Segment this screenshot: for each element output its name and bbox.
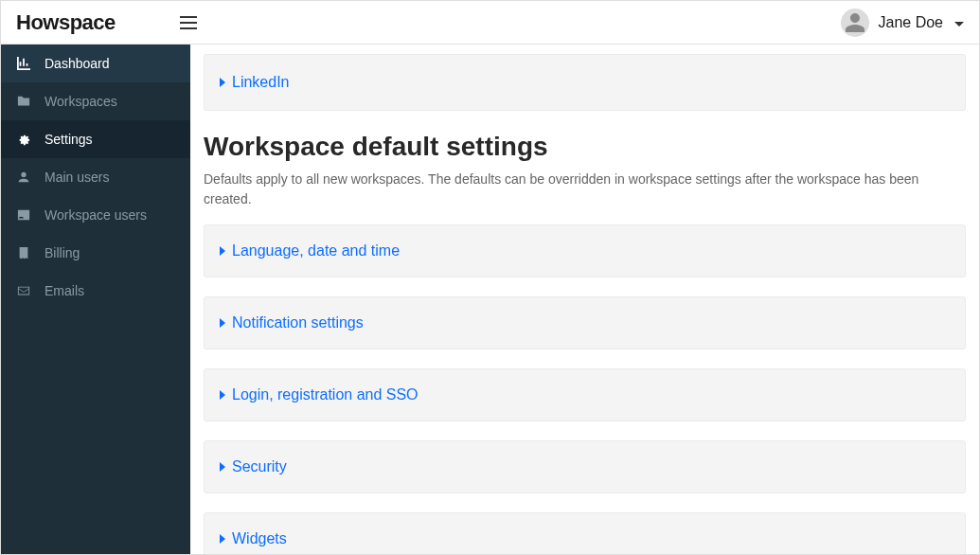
user-icon bbox=[16, 170, 31, 184]
section-language: Language, date and time bbox=[204, 224, 966, 278]
section-widgets: Widgets bbox=[204, 512, 966, 554]
link-label: LinkedIn bbox=[232, 74, 290, 91]
sidebar-item-label: Main users bbox=[45, 170, 109, 185]
section-label: Notification settings bbox=[232, 314, 364, 331]
folder-icon bbox=[16, 95, 31, 108]
sidebar-item-main-users[interactable]: Main users bbox=[1, 158, 190, 196]
caret-right-icon bbox=[220, 458, 226, 475]
svg-rect-0 bbox=[180, 16, 197, 18]
linkedin-link[interactable]: LinkedIn bbox=[220, 74, 950, 91]
gears-icon bbox=[16, 133, 31, 146]
sidebar-item-workspace-users[interactable]: Workspace users bbox=[1, 196, 190, 234]
section-label: Language, date and time bbox=[232, 242, 400, 260]
sidebar-item-billing[interactable]: Billing bbox=[1, 234, 190, 272]
section-security: Security bbox=[204, 440, 966, 493]
hamburger-menu-button[interactable] bbox=[180, 16, 197, 29]
section-toggle-login[interactable]: Login, registration and SSO bbox=[220, 386, 950, 403]
avatar bbox=[841, 9, 869, 37]
main-content: LinkedIn Workspace default settings Defa… bbox=[190, 45, 979, 554]
section-login: Login, registration and SSO bbox=[204, 368, 966, 421]
user-name: Jane Doe bbox=[879, 14, 944, 31]
sidebar-item-label: Workspace users bbox=[45, 207, 147, 223]
svg-rect-1 bbox=[180, 22, 197, 24]
sidebar-item-settings[interactable]: Settings bbox=[1, 120, 190, 158]
sidebar-item-label: Workspaces bbox=[45, 94, 117, 109]
caret-right-icon bbox=[220, 386, 226, 403]
section-toggle-security[interactable]: Security bbox=[220, 458, 950, 475]
sidebar-item-emails[interactable]: Emails bbox=[1, 272, 190, 310]
sidebar: Dashboard Workspaces Settings Main users… bbox=[1, 45, 190, 554]
chevron-down-icon bbox=[954, 14, 964, 31]
svg-rect-2 bbox=[180, 27, 197, 29]
section-toggle-widgets[interactable]: Widgets bbox=[220, 530, 950, 547]
sidebar-item-label: Emails bbox=[45, 283, 84, 298]
section-toggle-notification[interactable]: Notification settings bbox=[220, 314, 950, 331]
caret-right-icon bbox=[220, 74, 226, 91]
envelope-icon bbox=[16, 284, 31, 297]
sidebar-item-workspaces[interactable]: Workspaces bbox=[1, 82, 190, 120]
sidebar-item-label: Settings bbox=[45, 132, 93, 147]
sidebar-item-dashboard[interactable]: Dashboard bbox=[1, 45, 190, 82]
user-icon bbox=[844, 11, 866, 34]
sidebar-item-label: Billing bbox=[45, 245, 80, 260]
chart-icon bbox=[16, 57, 31, 70]
user-menu[interactable]: Jane Doe bbox=[841, 9, 965, 37]
book-icon bbox=[16, 246, 31, 260]
caret-right-icon bbox=[220, 314, 226, 331]
logo[interactable]: Howspace bbox=[16, 10, 116, 35]
page-title: Workspace default settings bbox=[204, 132, 966, 162]
sidebar-item-label: Dashboard bbox=[45, 56, 110, 71]
address-card-icon bbox=[16, 208, 31, 222]
caret-right-icon bbox=[220, 242, 226, 260]
caret-right-icon bbox=[220, 530, 226, 547]
section-toggle-language[interactable]: Language, date and time bbox=[220, 242, 950, 260]
section-notification: Notification settings bbox=[204, 296, 966, 349]
section-label: Login, registration and SSO bbox=[232, 386, 419, 403]
linked-in-section: LinkedIn bbox=[204, 54, 966, 111]
header: Howspace Jane Doe bbox=[1, 1, 979, 45]
page-subtitle: Defaults apply to all new workspaces. Th… bbox=[204, 170, 966, 209]
hamburger-icon bbox=[180, 16, 197, 29]
section-label: Widgets bbox=[232, 530, 287, 547]
section-label: Security bbox=[232, 458, 287, 475]
